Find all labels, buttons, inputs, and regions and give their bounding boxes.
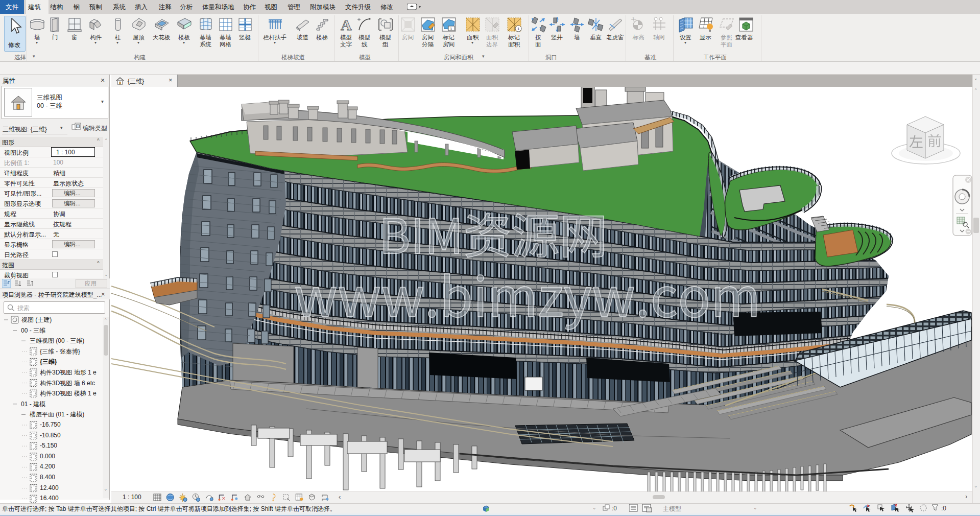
- svg-text:1: 1: [632, 17, 634, 20]
- svg-text:1: 1: [450, 27, 452, 31]
- svg-text:1: 1: [517, 27, 520, 31]
- svg-text:A: A: [341, 16, 352, 33]
